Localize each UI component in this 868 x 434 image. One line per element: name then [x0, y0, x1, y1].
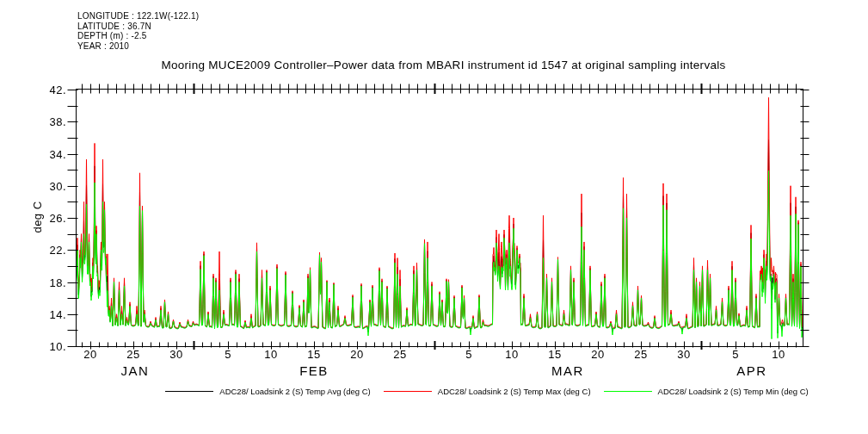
x-day-tick-label: 25 [634, 348, 647, 361]
legend-label-temp-avg: ADC28/ Loadsink 2 (S) Temp Avg (deg C) [219, 387, 371, 396]
legend-line-avg-swatch [165, 391, 213, 392]
legend-label-temp-min: ADC28/ Loadsink 2 (S) Temp Min (deg C) [658, 387, 809, 396]
month-label-apr: APR [736, 363, 766, 378]
x-day-tick-label: 20 [83, 348, 96, 361]
x-day-tick-label: 15 [307, 348, 320, 361]
legend-entry-temp-max: ADC28/ Loadsink 2 (S) Temp Max (deg C) [384, 387, 591, 396]
month-label-feb: FEB [299, 363, 329, 378]
legend-line-max-swatch [384, 391, 432, 392]
month-label-jan: JAN [121, 363, 150, 378]
x-day-tick-label: 10 [505, 348, 518, 361]
x-day-tick-label: 5 [225, 348, 231, 361]
x-day-tick-label: 25 [393, 348, 406, 361]
x-day-tick-label: 30 [169, 348, 182, 361]
legend: ADC28/ Loadsink 2 (S) Temp Avg (deg C) A… [0, 387, 868, 396]
y-tick-label: 14. [32, 308, 66, 321]
meta-depth: DEPTH (m) : -2.5 [77, 31, 199, 41]
y-tick-label: 34. [32, 148, 66, 161]
legend-entry-temp-avg: ADC28/ Loadsink 2 (S) Temp Avg (deg C) [165, 387, 371, 396]
chart-title: Mooring MUCE2009 Controller–Power data f… [19, 59, 868, 71]
meta-latitude: LATITUDE : 36.7N [77, 22, 199, 32]
y-tick-label: 30. [32, 180, 66, 193]
x-day-tick-label: 5 [465, 348, 472, 361]
legend-entry-temp-min: ADC28/ Loadsink 2 (S) Temp Min (deg C) [604, 387, 809, 396]
x-day-tick-label: 10 [772, 348, 785, 361]
month-label-mar: MAR [551, 363, 584, 378]
legend-label-temp-max: ADC28/ Loadsink 2 (S) Temp Max (deg C) [438, 387, 591, 396]
x-day-tick-label: 20 [350, 348, 363, 361]
y-tick-label: 22. [32, 244, 66, 257]
x-day-tick-label: 30 [677, 348, 690, 361]
meta-longitude: LONGITUDE : 122.1W(-122.1) [77, 11, 199, 22]
x-day-tick-label: 10 [264, 348, 277, 361]
x-day-tick-label: 5 [732, 348, 739, 361]
y-tick-label: 10. [32, 340, 66, 353]
y-tick-label: 42. [32, 84, 66, 96]
x-day-tick-label: 25 [126, 348, 139, 361]
legend-line-min-swatch [604, 391, 652, 392]
y-tick-label: 38. [32, 115, 66, 128]
x-day-tick-label: 20 [591, 348, 604, 361]
x-day-tick-label: 15 [548, 348, 561, 361]
plot-metadata-block: LONGITUDE : 122.1W(-122.1) LATITUDE : 36… [77, 11, 199, 51]
meta-year: YEAR : 2010 [77, 41, 199, 52]
y-tick-label: 26. [32, 212, 66, 225]
mbari-timeseries-plot: LONGITUDE : 122.1W(-122.1) LATITUDE : 36… [0, 0, 868, 434]
y-tick-label: 18. [32, 276, 66, 289]
